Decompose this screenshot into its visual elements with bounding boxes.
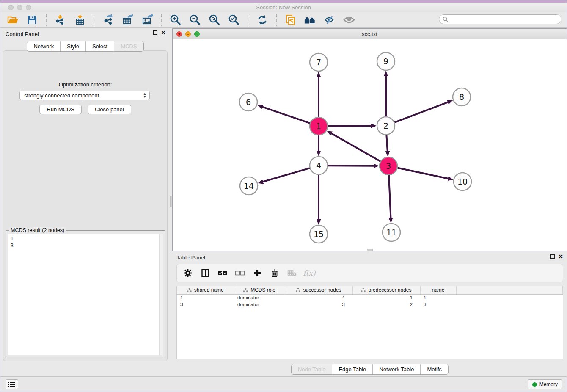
zoom-out-icon[interactable] xyxy=(189,14,201,26)
tab-motifs[interactable]: Motifs xyxy=(420,364,448,374)
export-image-icon[interactable] xyxy=(141,14,154,26)
graph-node-3[interactable]: 3 xyxy=(380,157,397,175)
main-toolbar xyxy=(0,12,567,28)
tab-node-table[interactable]: Node Table xyxy=(292,364,332,374)
table-row[interactable]: 3dominator323 xyxy=(177,301,563,308)
add-row-icon[interactable] xyxy=(252,268,262,278)
mcds-result-text[interactable]: 1 3 xyxy=(8,234,159,355)
graph-node-10[interactable]: 10 xyxy=(454,173,471,190)
table-settings-icon[interactable] xyxy=(183,268,193,278)
function-builder-icon[interactable]: f(x) xyxy=(304,268,314,278)
tab-network-table[interactable]: Network Table xyxy=(372,364,420,374)
graph-node-8[interactable]: 8 xyxy=(453,88,471,106)
column-header-shared-name[interactable]: shared name xyxy=(177,286,234,294)
zoom-fit-icon[interactable] xyxy=(208,14,221,26)
graph-node-4[interactable]: 4 xyxy=(310,157,328,174)
column-header-mcds-role[interactable]: MCDS role xyxy=(234,286,285,294)
table-toolbar: f(x) xyxy=(176,264,563,282)
close-window-button[interactable] xyxy=(8,5,14,10)
search-box[interactable] xyxy=(439,14,561,24)
toolbar-separator xyxy=(46,14,47,26)
float-panel-icon[interactable] xyxy=(153,30,157,35)
graph-node-9[interactable]: 9 xyxy=(377,52,395,70)
column-header-successor-nodes[interactable]: successor nodes xyxy=(285,286,352,294)
tab-select[interactable]: Select xyxy=(85,41,114,51)
graph-node-15[interactable]: 15 xyxy=(310,225,328,243)
tab-mcds[interactable]: MCDS xyxy=(114,41,143,51)
svg-text:3: 3 xyxy=(386,161,391,171)
memory-button[interactable]: Memory xyxy=(528,379,562,389)
eye-icon[interactable] xyxy=(343,14,355,26)
hide-eye-icon[interactable] xyxy=(323,14,336,26)
tab-network[interactable]: Network xyxy=(27,41,60,51)
open-file-icon[interactable] xyxy=(6,14,19,26)
zoom-window-button[interactable] xyxy=(26,5,31,10)
delete-row-icon[interactable] xyxy=(270,268,280,278)
graph-edge-4-3[interactable] xyxy=(328,166,374,166)
network-zoom-button[interactable]: + xyxy=(194,31,200,37)
table-header-row: shared name MCDS role successor nodes pr… xyxy=(177,286,563,294)
graph-node-2[interactable]: 2 xyxy=(377,117,395,135)
mcds-result-title: MCDS result (2 nodes) xyxy=(9,227,66,233)
zoom-selected-icon[interactable] xyxy=(228,14,240,26)
network-graph[interactable]: 7968124314101511 xyxy=(173,39,567,251)
run-mcds-button[interactable]: Run MCDS xyxy=(39,105,82,114)
toolbar-separator xyxy=(248,14,248,26)
save-session-icon[interactable] xyxy=(26,14,39,26)
application-window: Session: New Session xyxy=(0,0,567,392)
home-icon[interactable] xyxy=(304,14,317,26)
criterion-dropdown[interactable]: strongly connected component ▲▼ xyxy=(19,91,150,100)
graph-edge-3-10[interactable] xyxy=(398,168,449,179)
mcds-result-group: MCDS result (2 nodes) 1 3 xyxy=(6,230,165,357)
network-window-titlebar[interactable]: ✕ − + scc.txt xyxy=(173,29,567,39)
graph-edge-2-3[interactable] xyxy=(386,135,387,152)
minimize-window-button[interactable] xyxy=(17,5,22,10)
refresh-layout-icon[interactable] xyxy=(256,14,269,26)
graph-edge-2-8[interactable] xyxy=(395,102,449,122)
close-panel-icon[interactable]: ✕ xyxy=(161,30,166,35)
result-scrollbar[interactable] xyxy=(159,234,163,355)
export-table-icon[interactable] xyxy=(121,14,134,26)
table-cell: dominator xyxy=(234,301,285,308)
task-history-button[interactable] xyxy=(6,379,18,389)
toolbar-separator xyxy=(276,14,277,26)
node-table[interactable]: shared name MCDS role successor nodes pr… xyxy=(176,286,563,359)
tab-edge-table[interactable]: Edge Table xyxy=(332,364,372,374)
network-close-button[interactable]: ✕ xyxy=(176,31,182,37)
column-header-predecessor-nodes[interactable]: predecessor nodes xyxy=(352,286,420,294)
network-view-window: ✕ − + scc.txt 7968124314101511 xyxy=(172,28,567,251)
zoom-in-icon[interactable] xyxy=(169,14,182,26)
graph-edge-4-14[interactable] xyxy=(263,168,310,182)
graph-edge-3-11[interactable] xyxy=(389,175,391,218)
graph-node-11[interactable]: 11 xyxy=(383,224,400,241)
import-network-icon[interactable] xyxy=(54,14,67,26)
delete-table-icon[interactable] xyxy=(287,268,297,278)
chevron-up-down-icon: ▲▼ xyxy=(143,92,146,98)
table-panel-title: Table Panel xyxy=(176,254,205,261)
graph-node-1[interactable]: 1 xyxy=(310,117,328,135)
graph-edge-1-2[interactable] xyxy=(328,126,372,126)
graph-edge-3-1[interactable] xyxy=(331,133,380,161)
memory-status-icon xyxy=(532,382,537,387)
select-all-icon[interactable] xyxy=(217,268,228,278)
unselect-all-icon[interactable] xyxy=(235,268,245,278)
network-minimize-button[interactable]: − xyxy=(185,31,191,37)
status-bar: Memory xyxy=(0,376,567,392)
graph-node-7[interactable]: 7 xyxy=(310,53,328,71)
search-input[interactable] xyxy=(449,17,554,22)
tab-style[interactable]: Style xyxy=(60,41,85,51)
graph-node-14[interactable]: 14 xyxy=(240,177,258,195)
clone-network-icon[interactable] xyxy=(284,14,297,26)
close-table-panel-icon[interactable]: ✕ xyxy=(558,254,563,259)
export-network-icon[interactable] xyxy=(102,14,115,26)
network-canvas[interactable]: 7968124314101511 xyxy=(173,39,567,251)
table-row[interactable]: 1dominator411 xyxy=(177,294,563,301)
close-panel-button[interactable]: Close panel xyxy=(88,105,131,114)
graph-edge-1-6[interactable] xyxy=(262,107,310,123)
result-line: 1 xyxy=(11,235,159,242)
float-table-panel-icon[interactable] xyxy=(550,254,555,259)
column-header-name[interactable]: name xyxy=(420,286,456,294)
import-table-icon[interactable] xyxy=(74,14,86,26)
graph-node-6[interactable]: 6 xyxy=(239,93,257,111)
show-columns-icon[interactable] xyxy=(200,268,210,278)
